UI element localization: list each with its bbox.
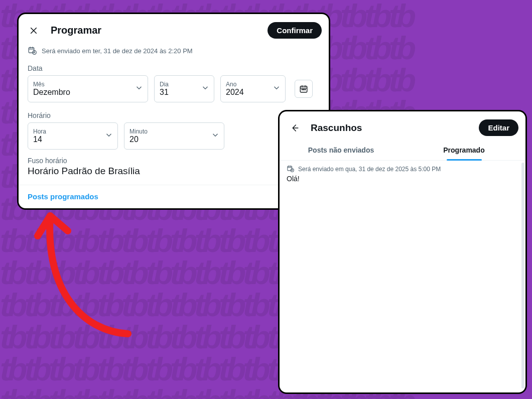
close-icon xyxy=(29,26,38,35)
scheduled-post-text: Olá! xyxy=(287,175,518,183)
scheduled-posts-link[interactable]: Posts programados xyxy=(28,192,98,201)
scheduled-post-info-text: Será enviado em qua, 31 de dez de 2025 à… xyxy=(298,166,441,173)
minute-value: 20 xyxy=(129,135,207,144)
minute-label: Minuto xyxy=(129,128,207,135)
svg-point-4 xyxy=(303,89,304,90)
edit-button[interactable]: Editar xyxy=(479,119,518,136)
month-label: Mês xyxy=(33,81,130,88)
hour-select[interactable]: Hora 14 xyxy=(28,122,118,150)
scheduled-post-info-row: Será enviado em qua, 31 de dez de 2025 à… xyxy=(287,165,518,174)
tab-scheduled[interactable]: Programado xyxy=(403,140,525,160)
schedule-modal-header: Programar Confirmar xyxy=(19,20,329,44)
scrollbar[interactable] xyxy=(521,163,524,388)
drafts-body: Será enviado em qua, 31 de dez de 2025 à… xyxy=(280,161,525,390)
timezone-label: Fuso horário xyxy=(28,157,320,165)
scheduled-post-item[interactable]: Será enviado em qua, 31 de dez de 2025 à… xyxy=(287,165,518,183)
year-select[interactable]: Ano 2024 xyxy=(220,75,286,102)
schedule-info-text: Será enviado em ter, 31 de dez de 2024 à… xyxy=(42,47,193,55)
arrow-left-icon xyxy=(290,123,299,132)
chevron-down-icon xyxy=(211,130,220,142)
svg-point-5 xyxy=(305,89,306,90)
calendar-icon xyxy=(299,84,308,93)
calendar-button[interactable] xyxy=(295,80,313,98)
chevron-down-icon xyxy=(272,83,281,94)
svg-point-3 xyxy=(302,89,303,90)
chevron-down-icon xyxy=(104,130,113,142)
minute-select[interactable]: Minuto 20 xyxy=(124,122,224,150)
month-value: Dezembro xyxy=(33,88,130,97)
drafts-tabs: Posts não enviados Programado xyxy=(280,140,525,161)
hour-value: 14 xyxy=(33,135,100,144)
back-button[interactable] xyxy=(287,120,303,136)
svg-rect-0 xyxy=(29,48,34,53)
day-value: 31 xyxy=(160,88,197,97)
drafts-modal-title: Rascunhos xyxy=(311,122,362,134)
close-button[interactable] xyxy=(26,23,42,39)
svg-rect-6 xyxy=(288,166,292,171)
tab-unsent-posts[interactable]: Posts não enviados xyxy=(280,140,403,160)
year-label: Ano xyxy=(226,81,268,88)
timezone-value: Horário Padrão de Brasília xyxy=(28,166,320,177)
red-arrow-annotation xyxy=(28,201,148,346)
schedule-info-row: Será enviado em ter, 31 de dez de 2024 à… xyxy=(19,44,329,62)
year-value: 2024 xyxy=(226,88,268,97)
chevron-down-icon xyxy=(201,83,210,94)
day-select[interactable]: Dia 31 xyxy=(154,75,214,102)
month-select[interactable]: Mês Dezembro xyxy=(28,75,148,102)
schedule-modal-title: Programar xyxy=(51,25,101,36)
schedule-icon xyxy=(28,46,37,56)
schedule-icon xyxy=(287,165,294,174)
confirm-button[interactable]: Confirmar xyxy=(268,22,322,39)
drafts-modal: Rascunhos Editar Posts não enviados Prog… xyxy=(280,111,525,392)
hour-label: Hora xyxy=(33,128,100,135)
drafts-modal-header: Rascunhos Editar xyxy=(280,116,525,140)
date-fields-row: Mês Dezembro Dia 31 Ano 2024 xyxy=(19,75,329,109)
date-section-label: Data xyxy=(19,62,329,75)
day-label: Dia xyxy=(160,81,197,88)
chevron-down-icon xyxy=(135,83,144,94)
